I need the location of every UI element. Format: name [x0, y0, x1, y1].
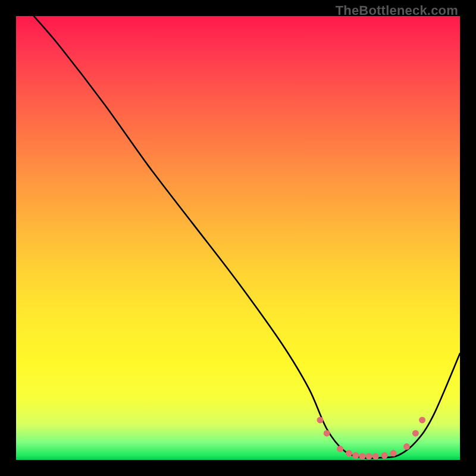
optimal-marker-dot [317, 416, 324, 423]
optimal-marker-dot [352, 452, 359, 459]
optimal-marker-dot [390, 450, 397, 456]
optimal-marker-dot [346, 450, 352, 456]
watermark-text: TheBottleneck.com [336, 3, 458, 18]
optimal-marker-dot [324, 430, 330, 437]
optimal-marker-dot [337, 446, 343, 452]
bottleneck-curve [34, 16, 460, 458]
optimal-marker-dot [403, 443, 410, 450]
optimal-marker-dot [381, 452, 388, 459]
plot-area [16, 16, 460, 460]
optimal-marker-dot [419, 416, 425, 423]
optimal-marker-dot [412, 430, 419, 437]
chart-frame: TheBottleneck.com [0, 0, 476, 476]
curve-layer [16, 16, 460, 460]
optimal-marker-dot [372, 453, 379, 460]
optimal-marker-dot [366, 453, 372, 460]
optimal-marker-dot [359, 453, 365, 460]
